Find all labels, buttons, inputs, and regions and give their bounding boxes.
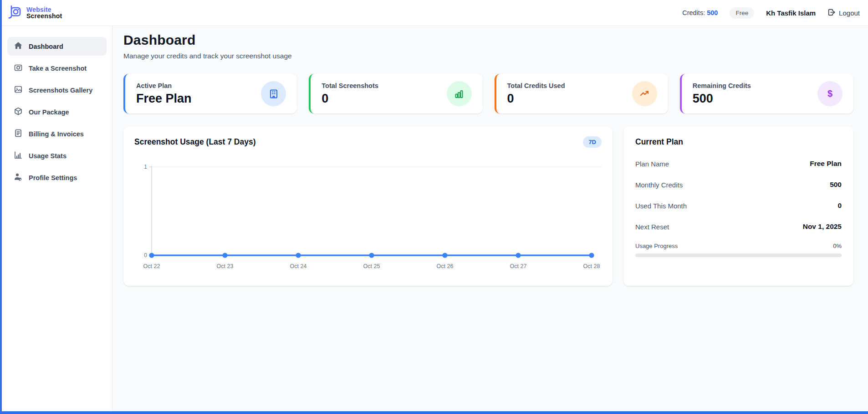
plan-badge: Free (730, 7, 754, 19)
svg-text:Oct 25: Oct 25 (363, 263, 380, 269)
brand-name-line2: Screenshot (26, 13, 62, 19)
svg-text:Oct 26: Oct 26 (437, 263, 454, 269)
svg-text:Oct 23: Oct 23 (217, 263, 234, 269)
plan-row-next-reset: Next Reset Nov 1, 2025 (635, 223, 842, 231)
bar-chart-icon (447, 81, 472, 106)
svg-text:Oct 24: Oct 24 (290, 263, 307, 269)
plan-row-value: Free Plan (810, 160, 842, 168)
brand-name-line1: Website (26, 6, 62, 13)
svg-text:Oct 27: Oct 27 (510, 263, 527, 269)
sidebar-item-our-package[interactable]: Our Package (7, 103, 107, 121)
stat-label: Total Screenshots (322, 82, 378, 89)
stat-card-active-plan: Active Plan Free Plan (123, 74, 297, 114)
home-icon (14, 41, 23, 52)
chart-title: Screenshot Usage (Last 7 Days) (134, 137, 256, 147)
plan-row-label: Plan Name (635, 160, 669, 168)
logout-button[interactable]: Logout (827, 8, 860, 18)
sidebar-item-screenshots-gallery[interactable]: Screenshots Gallery (7, 81, 107, 99)
stat-label: Active Plan (136, 82, 192, 89)
plan-row-value: 500 (830, 181, 842, 189)
sidebar-item-usage-stats[interactable]: Usage Stats (7, 146, 107, 165)
stat-value: 0 (322, 92, 378, 106)
dollar-icon: $ (817, 81, 842, 106)
svg-text:0: 0 (144, 252, 147, 259)
sidebar-item-label: Take a Screenshot (29, 65, 87, 72)
sidebar-item-label: Our Package (29, 109, 69, 116)
profile-gear-icon (14, 172, 23, 183)
sidebar-item-label: Dashboard (29, 43, 63, 50)
building-icon (261, 81, 286, 106)
plan-row-value: Nov 1, 2025 (803, 223, 842, 231)
usage-progress-label: Usage Progress (635, 243, 678, 249)
brand-logo[interactable]: Website Screenshot (7, 4, 62, 21)
plan-row-label: Monthly Credits (635, 181, 683, 189)
stat-value: Free Plan (136, 92, 192, 106)
stat-label: Remaining Credits (693, 82, 751, 89)
sidebar-item-take-screenshot[interactable]: Take a Screenshot (7, 59, 107, 78)
sidebar-item-profile-settings[interactable]: Profile Settings (7, 168, 107, 187)
current-plan-title: Current Plan (635, 137, 842, 147)
svg-text:Oct 22: Oct 22 (143, 263, 160, 269)
sidebar-item-label: Billing & Invoices (29, 130, 84, 138)
credits-indicator: Credits: 500 (682, 9, 718, 16)
package-icon (14, 107, 23, 117)
sidebar-item-label: Screenshots Gallery (29, 87, 92, 94)
user-name: Kh Tasfik Islam (766, 9, 816, 17)
usage-progress-value: 0% (833, 243, 842, 249)
current-plan-card: Current Plan Plan Name Free Plan Monthly… (623, 126, 853, 286)
stat-card-remaining-credits: Remaining Credits 500 $ (680, 74, 853, 114)
gallery-icon (14, 85, 23, 95)
bar-stats-icon (14, 150, 23, 161)
camera-icon (14, 63, 23, 73)
plan-row-used-this-month: Used This Month 0 (635, 202, 842, 210)
stat-card-total-credits-used: Total Credits Used 0 (495, 74, 668, 114)
plan-row-label: Used This Month (635, 202, 687, 210)
app-window: Website Screenshot Credits: 500 Free Kh … (0, 0, 868, 414)
logout-icon (827, 8, 836, 18)
sidebar-item-label: Usage Stats (29, 152, 66, 160)
page-title: Dashboard (123, 32, 853, 48)
usage-progress-row: Usage Progress 0% (635, 243, 842, 249)
stat-value: 0 (507, 92, 565, 106)
usage-chart-card: Screenshot Usage (Last 7 Days) 7D 01Oct … (123, 126, 613, 286)
stats-row: Active Plan Free Plan Total Screenshots (123, 74, 853, 114)
stat-label: Total Credits Used (507, 82, 565, 89)
sidebar-item-label: Profile Settings (29, 174, 77, 181)
trending-up-icon (632, 81, 657, 106)
plan-row-label: Next Reset (635, 223, 669, 231)
page-subtitle: Manage your credits and track your scree… (123, 52, 853, 60)
plan-row-plan-name: Plan Name Free Plan (635, 160, 842, 168)
invoice-icon (14, 129, 23, 139)
sidebar-item-dashboard[interactable]: Dashboard (7, 37, 107, 56)
svg-text:1: 1 (144, 164, 147, 170)
top-header: Website Screenshot Credits: 500 Free Kh … (2, 0, 868, 26)
plan-row-monthly-credits: Monthly Credits 500 (635, 181, 842, 189)
main-content: Dashboard Manage your credits and track … (112, 26, 868, 411)
credits-value: 500 (707, 9, 718, 16)
sidebar-item-billing-invoices[interactable]: Billing & Invoices (7, 124, 107, 143)
stat-card-total-screenshots: Total Screenshots 0 (309, 74, 482, 114)
range-badge-7d[interactable]: 7D (583, 136, 602, 148)
credits-label: Credits: (682, 9, 705, 16)
usage-progress-bar (635, 254, 842, 257)
usage-line-chart: 01Oct 22Oct 23Oct 24Oct 25Oct 26Oct 27Oc… (134, 160, 602, 274)
logout-label: Logout (839, 9, 860, 17)
plan-row-value: 0 (837, 202, 842, 210)
sidebar-nav: Dashboard Take a Screenshot (2, 26, 112, 411)
svg-text:Oct 28: Oct 28 (583, 263, 600, 269)
stat-value: 500 (693, 92, 751, 106)
crop-camera-icon (7, 4, 23, 21)
